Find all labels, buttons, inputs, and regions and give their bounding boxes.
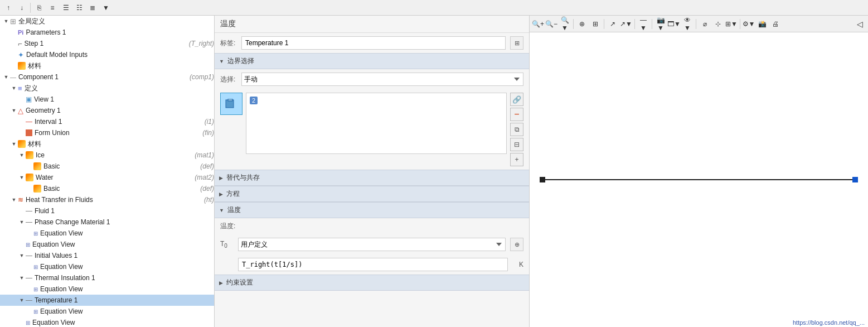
move-btn[interactable]: ⊕ xyxy=(576,18,588,30)
formula-input[interactable] xyxy=(238,258,508,271)
expand-icon[interactable]: ▼ xyxy=(10,85,18,91)
export-btn[interactable]: 🖨 xyxy=(769,18,782,30)
t0-select[interactable]: 用户定义 环境温度 xyxy=(238,238,506,251)
node-label: Fluid 1 xyxy=(35,207,214,215)
boundary-select[interactable]: 手动 全部 xyxy=(241,73,523,86)
temperature-section-header[interactable]: ▼ 温度 xyxy=(215,202,529,218)
toolbar-list1-btn[interactable]: ≡ xyxy=(46,2,59,14)
tree-node-water[interactable]: ▼ Water (mat2) xyxy=(0,172,214,183)
tree-node-eq-view2[interactable]: ⊞ Equation View xyxy=(0,317,214,327)
tree-node-params[interactable]: Pi Parameters 1 xyxy=(0,27,214,38)
boundary-paste-icon[interactable] xyxy=(220,93,243,115)
expand-icon[interactable]: ▼ xyxy=(10,108,18,113)
paste-boundary-btn[interactable]: + xyxy=(510,153,523,166)
toolbar-sep-1 xyxy=(30,3,31,13)
tree-node-mat-global[interactable]: 材料 xyxy=(0,60,214,71)
tree-node-step[interactable]: ⌐ Step 1 (T_right) xyxy=(0,38,214,49)
tree-node-ice[interactable]: ▼ Ice (mat1) xyxy=(0,150,214,161)
toolbar-dropdown-btn[interactable]: ▼ xyxy=(100,2,112,14)
remove-boundary-btn[interactable]: − xyxy=(510,108,523,121)
zoom-out-btn[interactable]: 🔍− xyxy=(545,18,557,30)
axis-btn[interactable]: ↗ xyxy=(607,18,619,30)
settings-btn[interactable]: ⚙▼ xyxy=(743,18,755,30)
expand-icon[interactable]: ▼ xyxy=(18,219,26,225)
tree-node-pcm-eq[interactable]: ⊞ Equation View xyxy=(0,228,214,239)
copy-boundary-btn[interactable]: ⧉ xyxy=(510,123,523,136)
tree-node-global[interactable]: ▼ ⊞ 全局定义 xyxy=(0,16,214,27)
tree-node-def[interactable]: ▼ ≡ 定义 xyxy=(0,83,214,94)
toolbar-copy-btn[interactable]: ⎘ xyxy=(33,2,45,14)
tree-node-initial1[interactable]: ▼ — Initial Values 1 xyxy=(0,250,214,261)
expand-icon[interactable]: ▼ xyxy=(18,275,26,281)
boundary-actions: 🔗 − ⧉ ⊟ + xyxy=(510,93,523,166)
expand-icon[interactable]: ▼ xyxy=(18,175,26,180)
boundary-list[interactable]: 2 xyxy=(246,93,507,154)
point-btn[interactable]: ⊹ xyxy=(712,18,724,30)
more-btn[interactable]: ⊞▼ xyxy=(725,18,738,30)
boundary-tag-container xyxy=(220,93,243,166)
canvas-sep-3 xyxy=(634,19,635,29)
tree-node-default-model[interactable]: ✦ Default Model Inputs xyxy=(0,49,214,60)
substitute-section-header[interactable]: ▶ 替代与共存 xyxy=(215,170,529,186)
tree-node-thermal1[interactable]: ▼ — Thermal Insulation 1 xyxy=(0,272,214,283)
label-row: 标签: ⊞ xyxy=(215,33,529,53)
toolbar-down-btn[interactable]: ↓ xyxy=(16,2,28,14)
node-secondary: (def) xyxy=(200,162,214,170)
tree-node-ice-basic[interactable]: Basic (def) xyxy=(0,161,214,172)
expand-icon[interactable]: ▼ xyxy=(18,297,26,303)
tree-node-geometry[interactable]: ▼ △ Geometry 1 xyxy=(0,105,214,116)
tree-node-view1[interactable]: ▣ View 1 xyxy=(0,94,214,105)
expand-icon[interactable]: ▼ xyxy=(2,74,10,80)
boundary-tag-wrapper xyxy=(220,93,243,115)
screenshot-btn[interactable]: 📷▼ xyxy=(654,18,667,30)
axis-dropdown-btn[interactable]: ↗▼ xyxy=(620,18,632,30)
boundary-section-header[interactable]: ▼ 边界选择 xyxy=(215,53,529,69)
zoom-dropdown-btn[interactable]: 🔍▼ xyxy=(559,18,571,30)
collapse-panel-btn[interactable]: ◁ xyxy=(854,18,866,30)
t0-icon-btn[interactable]: ⊕ xyxy=(510,238,523,251)
tree-node-eq-view1[interactable]: ⊞ Equation View xyxy=(0,239,214,250)
line-btn[interactable]: —▼ xyxy=(637,18,649,30)
tree-node-fluid1[interactable]: — Fluid 1 xyxy=(0,205,214,217)
tree-node-ht[interactable]: ▼ ≋ Heat Transfer in Fluids (ht) xyxy=(0,194,214,205)
tree-node-pcm[interactable]: ▼ — Phase Change Material 1 xyxy=(0,217,214,228)
measure-btn[interactable]: ⌀ xyxy=(699,18,711,30)
expand-icon[interactable]: ▼ xyxy=(18,253,26,258)
add-boundary-btn[interactable]: 🔗 xyxy=(510,93,523,106)
clear-boundary-btn[interactable]: ⊟ xyxy=(510,138,523,151)
expand-icon xyxy=(26,286,33,292)
def-icon: ≡ xyxy=(18,84,22,93)
component-icon: — xyxy=(10,74,16,80)
toolbar-up-btn[interactable]: ↑ xyxy=(2,2,14,14)
label-icon-btn[interactable]: ⊞ xyxy=(510,36,523,50)
expand-icon[interactable]: ▼ xyxy=(10,141,18,147)
equation-section-header[interactable]: ▶ 方程 xyxy=(215,186,529,202)
node-label: 材料 xyxy=(28,140,214,149)
tree-node-temp-eq[interactable]: ⊞ Equation View xyxy=(0,306,214,317)
canvas-sep-2 xyxy=(604,19,604,29)
fluid-icon: — xyxy=(26,207,32,215)
snapshot-btn[interactable]: 📸 xyxy=(756,18,768,30)
label-input[interactable] xyxy=(241,36,506,50)
view3d-btn[interactable]: 🗖▼ xyxy=(668,18,680,30)
t0-label: T0 xyxy=(220,240,234,249)
tree-node-interval[interactable]: — Interval 1 (i1) xyxy=(0,116,214,127)
hide-btn[interactable]: 👁▼ xyxy=(681,18,694,30)
expand-icon[interactable]: ▼ xyxy=(2,18,10,24)
toolbar-list2-btn[interactable]: ☰ xyxy=(60,2,72,14)
tree-node-formunion[interactable]: Form Union (fin) xyxy=(0,127,214,138)
expand-icon[interactable]: ▼ xyxy=(18,152,26,158)
expand-icon[interactable]: ▼ xyxy=(10,197,18,203)
tree-node-component[interactable]: ▼ — Component 1 (comp1) xyxy=(0,71,214,83)
tree-node-water-basic[interactable]: Basic (def) xyxy=(0,183,214,194)
constraint-section-header[interactable]: ▶ 约束设置 xyxy=(215,275,529,291)
toolbar-list3-btn[interactable]: ☷ xyxy=(73,2,85,14)
tree-node-mat[interactable]: ▼ 材料 xyxy=(0,138,214,150)
zoom-in-btn[interactable]: 🔍+ xyxy=(532,18,544,30)
tree-node-initial-eq[interactable]: ⊞ Equation View xyxy=(0,261,214,272)
select-label: 选择: xyxy=(220,75,237,84)
tree-node-thermal-eq[interactable]: ⊞ Equation View xyxy=(0,283,214,295)
select-btn[interactable]: ⊞ xyxy=(589,18,602,30)
tree-node-temp1[interactable]: ▼ — Temperature 1 xyxy=(0,295,214,306)
toolbar-list4-btn[interactable]: ≣ xyxy=(86,2,99,14)
